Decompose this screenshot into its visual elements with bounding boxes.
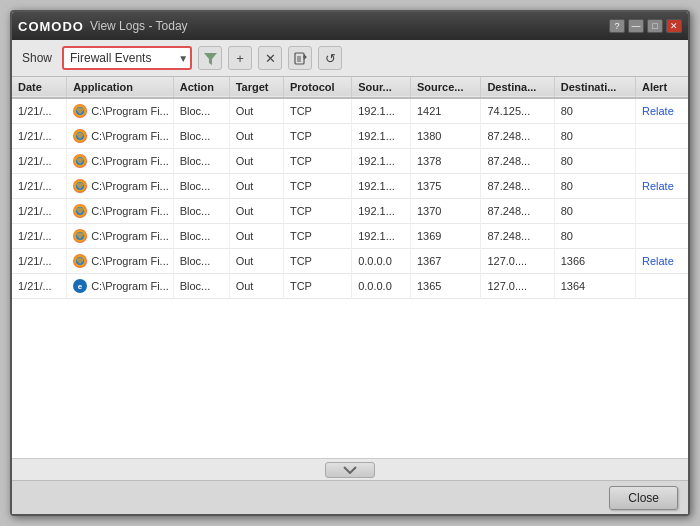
table-row: 1/21/...C:\Program Fi...Bloc...OutTCP192… bbox=[12, 224, 688, 249]
col-dest-port[interactable]: Destinati... bbox=[554, 77, 635, 98]
cell-action: Bloc... bbox=[173, 124, 229, 149]
cell-application: C:\Program Fi... bbox=[67, 98, 174, 124]
col-target[interactable]: Target bbox=[229, 77, 283, 98]
log-type-dropdown[interactable]: Firewall Events Defense+ Events Antiviru… bbox=[62, 46, 192, 70]
cell-source-port: 1378 bbox=[411, 149, 481, 174]
cell-dest: 87.248... bbox=[481, 174, 554, 199]
cell-source-port: 1421 bbox=[411, 98, 481, 124]
cell-date: 1/21/... bbox=[12, 274, 67, 299]
filter-button[interactable] bbox=[198, 46, 222, 70]
app-name: C:\Program Fi... bbox=[91, 230, 169, 242]
minimize-button[interactable]: — bbox=[628, 19, 644, 33]
cell-action: Bloc... bbox=[173, 149, 229, 174]
app-name: C:\Program Fi... bbox=[91, 130, 169, 142]
cell-dest-port: 80 bbox=[554, 149, 635, 174]
alert-link[interactable]: Relate bbox=[642, 255, 674, 267]
app-name: C:\Program Fi... bbox=[91, 280, 169, 292]
cell-dest-port: 1366 bbox=[554, 249, 635, 274]
cell-dest-port: 80 bbox=[554, 98, 635, 124]
cell-application: C:\Program Fi... bbox=[67, 249, 174, 274]
title-bar-left: COMODO View Logs - Today bbox=[18, 19, 188, 34]
show-label: Show bbox=[22, 51, 52, 65]
col-alert[interactable]: Alert bbox=[636, 77, 689, 98]
title-bar: COMODO View Logs - Today ? — □ ✕ bbox=[12, 12, 688, 40]
cell-dest-port: 80 bbox=[554, 124, 635, 149]
scroll-down-button[interactable] bbox=[325, 462, 375, 478]
cell-protocol: TCP bbox=[283, 124, 351, 149]
cell-dest-port: 80 bbox=[554, 199, 635, 224]
table-container[interactable]: Date Application Action Target Protocol … bbox=[12, 77, 688, 458]
col-source[interactable]: Sour... bbox=[352, 77, 411, 98]
col-application[interactable]: Application bbox=[67, 77, 174, 98]
table-row: 1/21/...C:\Program Fi...Bloc...OutTCP192… bbox=[12, 174, 688, 199]
cell-date: 1/21/... bbox=[12, 249, 67, 274]
table-row: 1/21/...C:\Program Fi...Bloc...OutTCP192… bbox=[12, 124, 688, 149]
cell-protocol: TCP bbox=[283, 174, 351, 199]
cell-target: Out bbox=[229, 124, 283, 149]
alert-link[interactable]: Relate bbox=[642, 180, 674, 192]
col-source-port[interactable]: Source... bbox=[411, 77, 481, 98]
cell-action: Bloc... bbox=[173, 274, 229, 299]
main-window: COMODO View Logs - Today ? — □ ✕ Show Fi… bbox=[10, 10, 690, 516]
remove-button[interactable]: ✕ bbox=[258, 46, 282, 70]
cell-dest: 74.125... bbox=[481, 98, 554, 124]
cell-application: eC:\Program Fi... bbox=[67, 274, 174, 299]
cell-protocol: TCP bbox=[283, 224, 351, 249]
maximize-button[interactable]: □ bbox=[647, 19, 663, 33]
cell-target: Out bbox=[229, 274, 283, 299]
cell-application: C:\Program Fi... bbox=[67, 224, 174, 249]
col-dest[interactable]: Destina... bbox=[481, 77, 554, 98]
add-button[interactable]: + bbox=[228, 46, 252, 70]
refresh-button[interactable]: ↺ bbox=[318, 46, 342, 70]
cell-source: 192.1... bbox=[352, 124, 411, 149]
scroll-down-area bbox=[12, 458, 688, 480]
firefox-icon bbox=[73, 129, 87, 143]
cell-dest: 87.248... bbox=[481, 199, 554, 224]
table-row: 1/21/...C:\Program Fi...Bloc...OutTCP0.0… bbox=[12, 249, 688, 274]
cell-alert[interactable]: Relate bbox=[636, 98, 689, 124]
firefox-icon bbox=[73, 229, 87, 243]
cell-protocol: TCP bbox=[283, 274, 351, 299]
filter-icon bbox=[204, 52, 217, 65]
help-button[interactable]: ? bbox=[609, 19, 625, 33]
col-date[interactable]: Date bbox=[12, 77, 67, 98]
cell-target: Out bbox=[229, 174, 283, 199]
app-name: C:\Program Fi... bbox=[91, 205, 169, 217]
cell-dest-port: 80 bbox=[554, 224, 635, 249]
window-close-button[interactable]: ✕ bbox=[666, 19, 682, 33]
col-protocol[interactable]: Protocol bbox=[283, 77, 351, 98]
window-controls: ? — □ ✕ bbox=[609, 19, 682, 33]
col-action[interactable]: Action bbox=[173, 77, 229, 98]
cell-protocol: TCP bbox=[283, 98, 351, 124]
cell-date: 1/21/... bbox=[12, 98, 67, 124]
cell-protocol: TCP bbox=[283, 249, 351, 274]
cell-source: 192.1... bbox=[352, 174, 411, 199]
cell-alert bbox=[636, 124, 689, 149]
cell-alert bbox=[636, 199, 689, 224]
export-button[interactable] bbox=[288, 46, 312, 70]
cell-source-port: 1365 bbox=[411, 274, 481, 299]
dropdown-wrapper: Firewall Events Defense+ Events Antiviru… bbox=[62, 46, 192, 70]
table-row: 1/21/...eC:\Program Fi...Bloc...OutTCP0.… bbox=[12, 274, 688, 299]
toolbar: Show Firewall Events Defense+ Events Ant… bbox=[12, 40, 688, 77]
cell-action: Bloc... bbox=[173, 199, 229, 224]
cell-target: Out bbox=[229, 224, 283, 249]
export-icon bbox=[294, 52, 307, 65]
cell-alert[interactable]: Relate bbox=[636, 249, 689, 274]
cell-target: Out bbox=[229, 149, 283, 174]
firefox-icon bbox=[73, 179, 87, 193]
app-name: C:\Program Fi... bbox=[91, 105, 169, 117]
close-button[interactable]: Close bbox=[609, 486, 678, 510]
cell-action: Bloc... bbox=[173, 249, 229, 274]
svg-text:e: e bbox=[78, 282, 83, 291]
cell-action: Bloc... bbox=[173, 224, 229, 249]
cell-source: 192.1... bbox=[352, 149, 411, 174]
cell-alert[interactable]: Relate bbox=[636, 174, 689, 199]
chevron-down-icon bbox=[343, 466, 357, 474]
alert-link[interactable]: Relate bbox=[642, 105, 674, 117]
cell-date: 1/21/... bbox=[12, 149, 67, 174]
cell-dest: 87.248... bbox=[481, 124, 554, 149]
firefox-icon bbox=[73, 204, 87, 218]
svg-marker-0 bbox=[204, 53, 217, 65]
cell-alert bbox=[636, 224, 689, 249]
